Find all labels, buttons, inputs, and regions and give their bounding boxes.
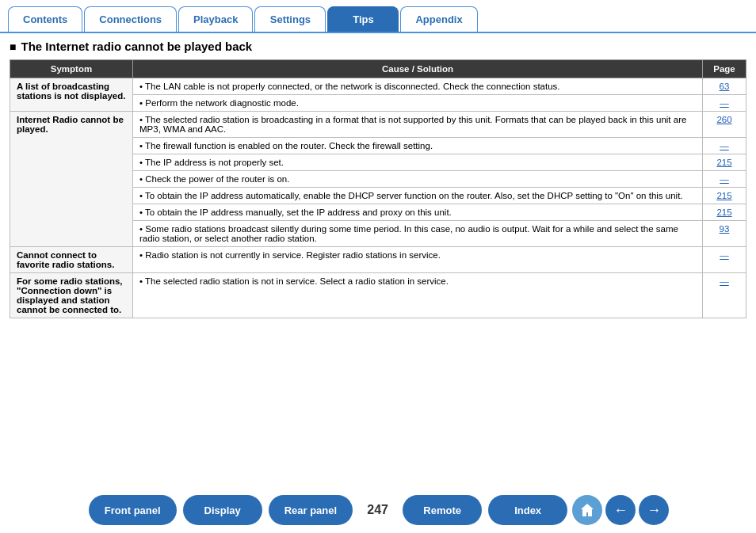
home-button[interactable]	[572, 495, 602, 525]
cause-cell: • The LAN cable is not properly connecte…	[133, 78, 703, 95]
tab-playback[interactable]: Playback	[178, 6, 253, 32]
rear-panel-button[interactable]: Rear panel	[269, 495, 353, 525]
cause-cell: • Perform the network diagnostic mode.	[133, 95, 703, 112]
bottom-nav: Front panel Display Rear panel 247 Remot…	[0, 487, 756, 533]
cause-cell: • To obtain the IP address manually, set…	[133, 204, 703, 221]
page-cell[interactable]: 63	[703, 78, 746, 95]
table-row: For some radio stations, "Connection dow…	[10, 273, 746, 318]
page-number: 247	[364, 503, 391, 517]
page-cell: —	[703, 138, 746, 154]
page-cell[interactable]: 215	[703, 204, 746, 221]
table-row: A list of broadcasting stations is not d…	[10, 78, 746, 95]
page-cell[interactable]: 215	[703, 154, 746, 171]
cause-cell: • To obtain the IP address automatically…	[133, 188, 703, 204]
table-row: Internet Radio cannot be played.• The se…	[10, 112, 746, 138]
symptom-cell: Internet Radio cannot be played.	[10, 112, 133, 247]
tab-settings[interactable]: Settings	[254, 6, 326, 32]
home-icon	[579, 502, 595, 518]
index-button[interactable]: Index	[488, 495, 567, 525]
symptom-cell: A list of broadcasting stations is not d…	[10, 78, 133, 112]
nav-tabs: Contents Connections Playback Settings T…	[0, 0, 756, 32]
page-cell[interactable]: 215	[703, 188, 746, 204]
section-title: The Internet radio cannot be played back	[10, 40, 746, 53]
page-cell: —	[703, 171, 746, 188]
table-row: Cannot connect to favorite radio station…	[10, 247, 746, 273]
tab-appendix[interactable]: Appendix	[400, 6, 477, 32]
header-page: Page	[703, 60, 746, 78]
cause-cell: • The selected radio station is not in s…	[133, 273, 703, 318]
page-cell[interactable]: 93	[703, 221, 746, 247]
symptom-cell: Cannot connect to favorite radio station…	[10, 247, 133, 273]
tab-tips[interactable]: Tips	[327, 6, 399, 32]
cause-cell: • Radio station is not currently in serv…	[133, 247, 703, 273]
back-button[interactable]: ←	[605, 495, 636, 525]
page-cell: —	[703, 95, 746, 112]
troubleshooting-table: Symptom Cause / Solution Page A list of …	[10, 59, 746, 318]
symptom-cell: For some radio stations, "Connection dow…	[10, 273, 133, 318]
tab-connections[interactable]: Connections	[84, 6, 177, 32]
tab-contents[interactable]: Contents	[8, 6, 82, 32]
cause-cell: • The firewall function is enabled on th…	[133, 138, 703, 154]
forward-button[interactable]: →	[639, 495, 669, 525]
display-button[interactable]: Display	[183, 495, 262, 525]
header-cause: Cause / Solution	[133, 60, 703, 78]
cause-cell: • The selected radio station is broadcas…	[133, 112, 703, 138]
cause-cell: • The IP address is not properly set.	[133, 154, 703, 171]
page-cell: —	[703, 247, 746, 273]
cause-cell: • Some radio stations broadcast silently…	[133, 221, 703, 247]
page-cell: —	[703, 273, 746, 318]
page-cell[interactable]: 260	[703, 112, 746, 138]
forward-icon: →	[647, 502, 661, 519]
header-symptom: Symptom	[10, 60, 133, 78]
main-content: The Internet radio cannot be played back…	[0, 32, 756, 325]
front-panel-button[interactable]: Front panel	[89, 495, 177, 525]
remote-button[interactable]: Remote	[403, 495, 482, 525]
cause-cell: • Check the power of the router is on.	[133, 171, 703, 188]
back-icon: ←	[613, 502, 628, 519]
